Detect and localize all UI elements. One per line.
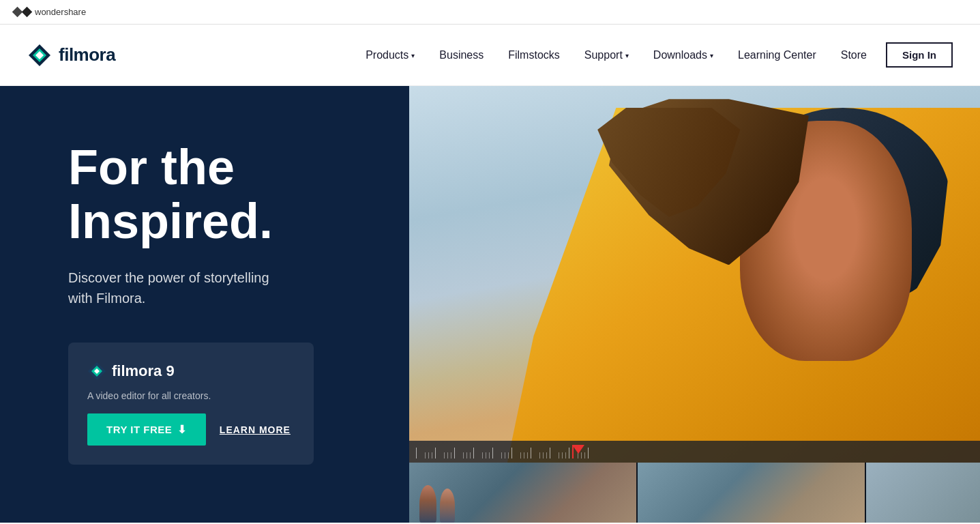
ruler-tick-minor: [565, 452, 566, 458]
nav-link-support[interactable]: Support ▾: [572, 49, 641, 61]
nav-item-business[interactable]: Business: [427, 49, 496, 61]
ruler-tick-minor: [539, 452, 540, 458]
filmora9-logo: filmora 9: [87, 362, 175, 381]
timeline-ruler: [416, 445, 973, 458]
ruler-tick-major: [492, 448, 493, 458]
filmstrip-cell-2: [638, 463, 866, 523]
top-bar: wondershare: [0, 0, 980, 25]
ruler-tick-minor: [466, 452, 467, 458]
ruler-tick-minor: [432, 452, 432, 458]
ruler-tick-minor: [527, 452, 528, 458]
ruler-tick-minor: [489, 452, 490, 458]
ruler-tick-major: [416, 448, 417, 458]
nav-item-products[interactable]: Products ▾: [353, 49, 427, 61]
ruler-tick-minor: [463, 452, 464, 458]
ruler-tick-minor: [501, 452, 502, 458]
ruler-tick-minor: [444, 452, 445, 458]
nav-link-downloads[interactable]: Downloads ▾: [641, 49, 726, 61]
nav-link-products[interactable]: Products ▾: [353, 49, 427, 61]
hero-title: For theInspired.: [68, 141, 368, 248]
nav-item-downloads[interactable]: Downloads ▾: [641, 49, 726, 61]
filmora-logo[interactable]: filmora: [27, 43, 115, 68]
filmora9-logo-icon: [87, 362, 106, 381]
chevron-down-icon: ▾: [411, 52, 415, 59]
ruler-tick-major: [550, 448, 550, 458]
person-silhouette: [440, 489, 455, 523]
wondershare-diamonds-icon: [14, 8, 31, 16]
playhead-triangle-icon: [572, 445, 584, 454]
ruler-tick-major: [435, 448, 436, 458]
ruler-tick-minor: [543, 452, 544, 458]
ruler-tick-major: [531, 448, 531, 458]
hero-right-image: [409, 86, 980, 523]
ruler-tick-minor: [524, 452, 524, 458]
ruler-tick-minor: [559, 452, 559, 458]
ruler-tick-major: [511, 448, 512, 458]
ruler-tick-minor: [428, 452, 429, 458]
people-silhouettes: [419, 485, 455, 523]
ruler-tick-minor: [508, 452, 509, 458]
nav-item-store[interactable]: Store: [829, 49, 879, 61]
filmora9-tagline: A video editor for all creators.: [87, 390, 295, 401]
ruler-tick-major: [569, 448, 569, 458]
filmora-logo-text: filmora: [59, 44, 115, 66]
filmstrip-cell-1: [409, 463, 638, 523]
ruler-tick-major: [454, 448, 455, 458]
ruler-tick-minor: [486, 452, 486, 458]
learn-more-link[interactable]: LEARN MORE: [220, 424, 291, 435]
person-silhouette: [419, 485, 436, 523]
nav-link-store[interactable]: Store: [829, 49, 879, 61]
product-card-header: filmora 9: [87, 362, 295, 381]
nav-item-support[interactable]: Support ▾: [572, 49, 641, 61]
wondershare-logo[interactable]: wondershare: [14, 7, 86, 17]
nav-link-business[interactable]: Business: [427, 49, 496, 61]
filmora-logo-icon: [27, 43, 52, 68]
ruler-tick-minor: [520, 452, 521, 458]
chevron-down-icon: ▾: [625, 52, 629, 59]
filmora9-name: filmora 9: [112, 362, 175, 380]
nav-item-learning-center[interactable]: Learning Center: [726, 49, 829, 61]
try-it-free-button[interactable]: TRY IT FREE ⬇: [87, 413, 206, 446]
ruler-tick-minor: [505, 452, 505, 458]
ruler-tick-minor: [447, 452, 448, 458]
ruler-ticks: [416, 445, 973, 458]
product-card: filmora 9 A video editor for all creator…: [68, 343, 314, 465]
hero-subtitle: Discover the power of storytellingwith F…: [68, 267, 327, 308]
wondershare-name: wondershare: [35, 7, 86, 17]
ruler-tick-major: [588, 448, 589, 458]
ruler-tick-minor: [546, 452, 547, 458]
chevron-down-icon: ▾: [710, 52, 713, 59]
ruler-tick-minor: [482, 452, 483, 458]
nav-link-learning-center[interactable]: Learning Center: [726, 49, 829, 61]
navbar: filmora Products ▾ Business Filmstocks S…: [0, 25, 980, 86]
ruler-tick-minor: [562, 452, 563, 458]
playhead: [572, 445, 584, 454]
ruler-tick-major: [473, 448, 474, 458]
card-actions: TRY IT FREE ⬇ LEARN MORE: [87, 413, 295, 446]
ruler-tick-minor: [470, 452, 471, 458]
nav-item-filmstocks[interactable]: Filmstocks: [496, 49, 572, 61]
ruler-tick-minor: [451, 452, 451, 458]
sign-in-button[interactable]: Sign In: [886, 42, 953, 68]
nav-link-filmstocks[interactable]: Filmstocks: [496, 49, 572, 61]
filmstrip: [409, 463, 980, 523]
download-icon: ⬇: [177, 423, 187, 436]
timeline-bar: [409, 441, 980, 463]
hero-section: For theInspired. Discover the power of s…: [0, 86, 980, 523]
filmstrip-cell-3: [866, 463, 980, 523]
nav-links: Products ▾ Business Filmstocks Support ▾…: [353, 49, 879, 61]
hero-left: For theInspired. Discover the power of s…: [0, 86, 409, 523]
ruler-tick-minor: [425, 452, 426, 458]
ruler-tick-minor: [584, 452, 585, 458]
